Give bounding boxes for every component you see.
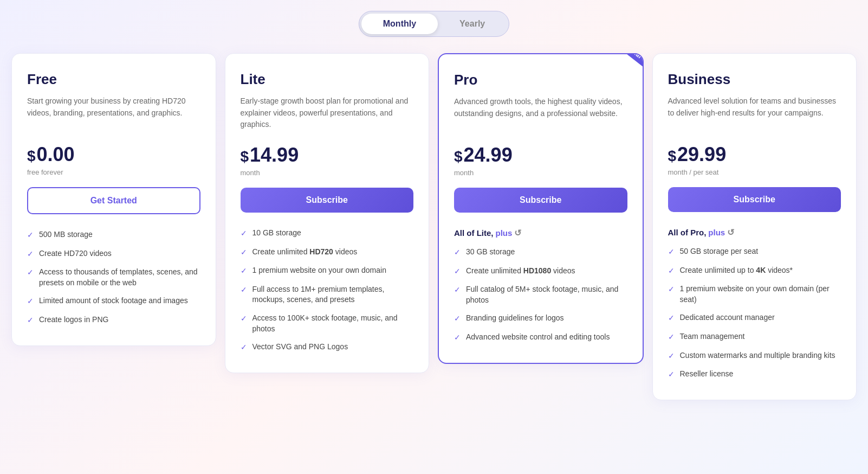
feature-item: ✓ Branding guidelines for logos bbox=[454, 313, 627, 324]
check-icon: ✓ bbox=[27, 230, 34, 241]
features-header: All of Pro, plus↺ bbox=[668, 227, 841, 238]
check-icon: ✓ bbox=[668, 313, 675, 324]
feature-item: ✓ Create unlimited HD720 videos bbox=[241, 247, 414, 258]
plan-desc: Start growing your business by creating … bbox=[27, 95, 200, 130]
feature-item: ✓ Advanced website control and editing t… bbox=[454, 332, 627, 343]
check-icon: ✓ bbox=[668, 284, 675, 295]
feature-text: 30 GB storage bbox=[466, 247, 515, 258]
feature-text: Advanced website control and editing too… bbox=[466, 332, 610, 343]
price-dollar: $ bbox=[241, 148, 249, 165]
feature-item: ✓ Create unlimited up to 4K videos* bbox=[668, 265, 841, 277]
price-row: $ 0.00 bbox=[27, 143, 200, 166]
feature-text: 10 GB storage bbox=[252, 228, 301, 239]
feature-text: Custom watermarks and multiple branding … bbox=[680, 350, 835, 361]
feature-item: ✓ 1 premium website on your own domain bbox=[241, 265, 414, 277]
price-dollar: $ bbox=[454, 148, 463, 165]
feature-list: ✓ 500 MB storage ✓ Create HD720 videos ✓… bbox=[27, 229, 200, 326]
check-icon: ✓ bbox=[27, 267, 34, 278]
plan-name: Free bbox=[27, 71, 200, 88]
most-popular-ribbon: Most Popular bbox=[590, 53, 643, 72]
price-amount: 24.99 bbox=[464, 144, 513, 166]
feature-list: ✓ 30 GB storage ✓ Create unlimited HD108… bbox=[454, 247, 627, 343]
plan-name: Pro bbox=[454, 72, 627, 88]
plan-card-lite: Lite Early-stage growth boost plan for p… bbox=[225, 53, 430, 373]
check-icon: ✓ bbox=[454, 332, 461, 343]
features-header-text: All of Pro, bbox=[668, 228, 707, 237]
plan-card-free: Free Start growing your business by crea… bbox=[11, 53, 216, 346]
get-started-button[interactable]: Get Started bbox=[27, 187, 200, 214]
check-icon: ✓ bbox=[454, 247, 461, 258]
feature-text: Full access to 1M+ premium templates, mo… bbox=[252, 284, 414, 305]
price-dollar: $ bbox=[668, 148, 677, 165]
check-icon: ✓ bbox=[241, 313, 247, 324]
feature-item: ✓ Full catalog of 5M+ stock footage, mus… bbox=[454, 284, 627, 305]
plus-text: plus bbox=[496, 228, 513, 238]
check-icon: ✓ bbox=[241, 247, 247, 258]
price-row: $ 14.99 bbox=[241, 144, 414, 166]
pricing-cards: Free Start growing your business by crea… bbox=[11, 53, 857, 400]
price-row: $ 24.99 bbox=[454, 144, 627, 166]
feature-item: ✓ 10 GB storage bbox=[241, 228, 414, 239]
price-period: free forever bbox=[27, 168, 200, 176]
check-icon: ✓ bbox=[27, 315, 34, 326]
price-amount: 29.99 bbox=[677, 143, 726, 166]
check-icon: ✓ bbox=[27, 296, 34, 307]
yearly-toggle-btn[interactable]: Yearly bbox=[438, 14, 507, 34]
feature-text: Create unlimited up to 4K videos* bbox=[680, 265, 793, 276]
feature-item: ✓ Reseller license bbox=[668, 369, 841, 380]
feature-text: Branding guidelines for logos bbox=[466, 313, 564, 324]
price-period: month / per seat bbox=[668, 168, 841, 176]
check-icon: ✓ bbox=[454, 285, 461, 296]
check-icon: ✓ bbox=[668, 332, 675, 343]
feature-text: Dedicated account manager bbox=[680, 312, 775, 323]
feature-text: 50 GB storage per seat bbox=[680, 246, 759, 257]
feature-item: ✓ 1 premium website on your own domain (… bbox=[668, 284, 841, 305]
toggle-wrap: Monthly Yearly bbox=[359, 11, 509, 37]
feature-text: Create unlimited HD1080 videos bbox=[466, 266, 575, 277]
arrow-icon: ↺ bbox=[514, 228, 521, 238]
feature-text: Full catalog of 5M+ stock footage, music… bbox=[466, 284, 627, 305]
plus-text: plus bbox=[708, 228, 725, 237]
plan-card-business: Business Advanced level solution for tea… bbox=[652, 53, 857, 400]
check-icon: ✓ bbox=[241, 266, 247, 277]
check-icon: ✓ bbox=[668, 247, 675, 258]
check-icon: ✓ bbox=[241, 285, 247, 296]
feature-item: ✓ Vector SVG and PNG Logos bbox=[241, 342, 414, 353]
feature-item: ✓ Create logos in PNG bbox=[27, 315, 200, 326]
plan-card-pro: Most Popular Pro Advanced growth tools, … bbox=[438, 53, 644, 364]
features-header: All of Lite, plus↺ bbox=[454, 228, 627, 238]
check-icon: ✓ bbox=[27, 249, 34, 260]
price-dollar: $ bbox=[27, 148, 36, 165]
feature-item: ✓ Limited amount of stock footage and im… bbox=[27, 296, 200, 307]
check-icon: ✓ bbox=[668, 369, 675, 380]
check-icon: ✓ bbox=[454, 313, 461, 324]
feature-text: Team management bbox=[680, 331, 745, 342]
monthly-toggle-btn[interactable]: Monthly bbox=[361, 14, 438, 34]
billing-toggle: Monthly Yearly bbox=[5, 11, 863, 37]
plan-name: Lite bbox=[241, 71, 414, 88]
plan-desc: Early-stage growth boost plan for promot… bbox=[241, 95, 414, 131]
price-amount: 14.99 bbox=[250, 144, 299, 166]
feature-list: ✓ 10 GB storage ✓ Create unlimited HD720… bbox=[241, 228, 414, 353]
feature-item: ✓ Custom watermarks and multiple brandin… bbox=[668, 350, 841, 362]
check-icon: ✓ bbox=[241, 342, 247, 353]
feature-text: Create logos in PNG bbox=[39, 315, 108, 325]
feature-list: ✓ 50 GB storage per seat ✓ Create unlimi… bbox=[668, 246, 841, 380]
feature-text: 500 MB storage bbox=[39, 229, 93, 240]
check-icon: ✓ bbox=[241, 228, 247, 239]
price-row: $ 29.99 bbox=[668, 143, 841, 166]
price-amount: 0.00 bbox=[37, 143, 75, 166]
plan-desc: Advanced level solution for teams and bu… bbox=[668, 95, 841, 130]
subscribe-button[interactable]: Subscribe bbox=[668, 187, 841, 212]
check-icon: ✓ bbox=[454, 266, 461, 277]
check-icon: ✓ bbox=[668, 266, 675, 277]
check-icon: ✓ bbox=[668, 351, 675, 362]
subscribe-button[interactable]: Subscribe bbox=[241, 188, 414, 213]
feature-text: Access to thousands of templates, scenes… bbox=[39, 267, 200, 288]
features-header-text: All of Lite, bbox=[454, 228, 494, 238]
feature-text: Limited amount of stock footage and imag… bbox=[39, 296, 188, 306]
subscribe-button[interactable]: Subscribe bbox=[454, 188, 627, 213]
price-period: month bbox=[241, 169, 414, 177]
plan-desc: Advanced growth tools, the highest quali… bbox=[454, 96, 627, 131]
feature-item: ✓ 50 GB storage per seat bbox=[668, 246, 841, 258]
